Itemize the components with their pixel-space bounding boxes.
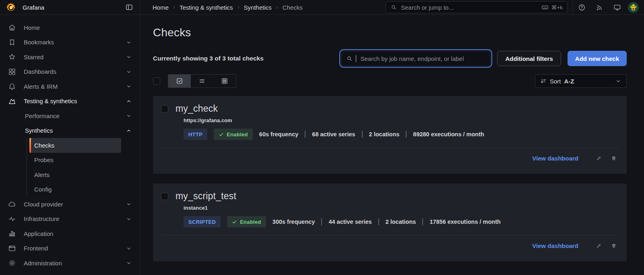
check-filter-input[interactable] [359, 55, 485, 62]
sidebar-item-alerts[interactable]: Alerts [29, 167, 140, 182]
additional-filters-button[interactable]: Additional filters [497, 51, 561, 66]
view-mode-list-button[interactable] [191, 75, 213, 88]
check-title: my_script_test [175, 191, 236, 202]
chevron-up-icon [126, 127, 132, 134]
sidebar-item-bookmarks[interactable]: Bookmarks [0, 35, 140, 50]
search-icon [390, 4, 397, 10]
meta-separator [362, 131, 363, 138]
view-mode-checkbox-list-button[interactable] [168, 75, 191, 88]
check-active-series: 44 active series [328, 219, 372, 225]
brand-title: Grafana [23, 4, 124, 11]
sidebar-item-home[interactable]: Home [0, 20, 140, 35]
chevron-down-icon [615, 78, 621, 84]
sort-label: Sort [550, 78, 561, 85]
sidebar-item-infrastructure[interactable]: Infrastructure [0, 212, 140, 227]
shortcut-hint: ⌘+k [541, 4, 563, 11]
rss-icon [596, 4, 603, 11]
trash-icon [611, 242, 616, 249]
add-new-check-button[interactable]: Add new check [568, 51, 627, 66]
view-mode-grid-button[interactable] [213, 75, 236, 88]
sidebar-item-alerts-irm[interactable]: Alerts & IRM [0, 79, 140, 94]
meta-separator [378, 218, 379, 225]
check-icon [219, 132, 224, 137]
check-filter[interactable] [341, 51, 491, 66]
news-button[interactable] [590, 0, 608, 15]
sidebar-item-performance[interactable]: Performance [0, 108, 140, 123]
apps-grid-icon [0, 68, 24, 76]
select-all-checkbox[interactable] [153, 77, 160, 85]
pencil-icon [597, 155, 601, 162]
check-frequency: 60s frequency [259, 131, 299, 138]
synthetics-subtree: Checks Probes Alerts Config [27, 138, 140, 197]
check-locations: 2 locations [369, 131, 400, 138]
text-caret [356, 55, 356, 62]
check-executions: 17856 executions / month [429, 219, 500, 225]
delete-check-button[interactable] [609, 153, 619, 163]
grid-icon [221, 77, 228, 85]
meta-separator [406, 131, 407, 138]
sidebar-item-synthetics[interactable]: Synthetics [0, 123, 140, 138]
sidebar-item-dashboards[interactable]: Dashboards [0, 65, 140, 79]
check-target: https://grafana.com [184, 117, 619, 123]
check-frequency: 300s frequency [272, 219, 315, 225]
list-icon [198, 77, 206, 85]
bookmark-icon [0, 38, 24, 46]
sidebar-item-administration[interactable]: Administration [0, 256, 140, 271]
chevron-right-icon [236, 5, 241, 10]
help-icon [578, 4, 586, 11]
k6-mountain-icon [0, 97, 24, 105]
user-avatar[interactable] [628, 2, 639, 13]
chevron-up-icon [126, 98, 132, 104]
chevron-right-icon [171, 5, 177, 10]
check-icon [232, 219, 237, 225]
help-button[interactable] [573, 0, 590, 15]
breadcrumb-testing-synthetics[interactable]: Testing & synthetics [180, 4, 233, 11]
bar-chart-icon [0, 229, 24, 237]
sidebar-item-probes[interactable]: Probes [29, 153, 140, 168]
view-dashboard-link[interactable]: View dashboard [532, 242, 578, 249]
chevron-down-icon [126, 216, 132, 222]
home-icon [0, 23, 24, 31]
chevron-down-icon [126, 54, 132, 60]
sidebar-item-checks[interactable]: Checks [29, 138, 121, 153]
check-title: my_check [175, 103, 218, 114]
sort-dropdown[interactable]: Sort A-Z [535, 74, 627, 88]
cloud-icon [0, 200, 24, 208]
browser-icon [0, 244, 24, 252]
check-executions: 89280 executions / month [413, 131, 484, 138]
check-select-checkbox[interactable] [161, 193, 168, 200]
breadcrumb-home[interactable]: Home [153, 4, 169, 11]
view-mode-toggle [168, 74, 236, 88]
top-header: Grafana Home Testing & synthetics Synthe… [0, 0, 644, 15]
sidebar-item-testing-synthetics[interactable]: Testing & synthetics [0, 94, 140, 109]
page-title: Checks [153, 26, 627, 39]
card-divider [161, 148, 619, 148]
breadcrumb-current-checks: Checks [283, 4, 303, 11]
header-brand-section: Grafana [0, 0, 140, 15]
sidebar-item-frontend[interactable]: Frontend [0, 241, 140, 256]
check-card: my_script_test instance1 SCRIPTED Enable… [153, 183, 627, 261]
chevron-down-icon [126, 260, 132, 266]
monitor-icon [613, 4, 621, 11]
gear-icon [0, 259, 24, 267]
edit-check-button[interactable] [594, 153, 604, 163]
delete-check-button[interactable] [609, 241, 619, 250]
global-search-input[interactable] [400, 4, 538, 11]
chevron-down-icon [126, 39, 132, 46]
view-dashboard-link[interactable]: View dashboard [532, 155, 578, 162]
global-search[interactable]: ⌘+k [386, 1, 568, 13]
dock-menu-icon[interactable] [124, 2, 134, 12]
sidebar-item-application[interactable]: Application [0, 226, 140, 241]
sidebar-item-starred[interactable]: Starred [0, 50, 140, 65]
grafana-logo-icon[interactable] [6, 2, 17, 13]
check-status-badge: Enabled [227, 216, 266, 227]
star-icon [0, 53, 24, 61]
monitor-button[interactable] [608, 0, 626, 15]
edit-check-button[interactable] [594, 241, 604, 250]
sidebar-item-config[interactable]: Config [29, 182, 140, 197]
breadcrumb-synthetics[interactable]: Synthetics [244, 4, 272, 11]
trash-icon [611, 155, 616, 162]
check-select-checkbox[interactable] [161, 105, 168, 112]
sidebar-item-cloud-provider[interactable]: Cloud provider [0, 197, 140, 212]
meta-separator [321, 218, 322, 225]
